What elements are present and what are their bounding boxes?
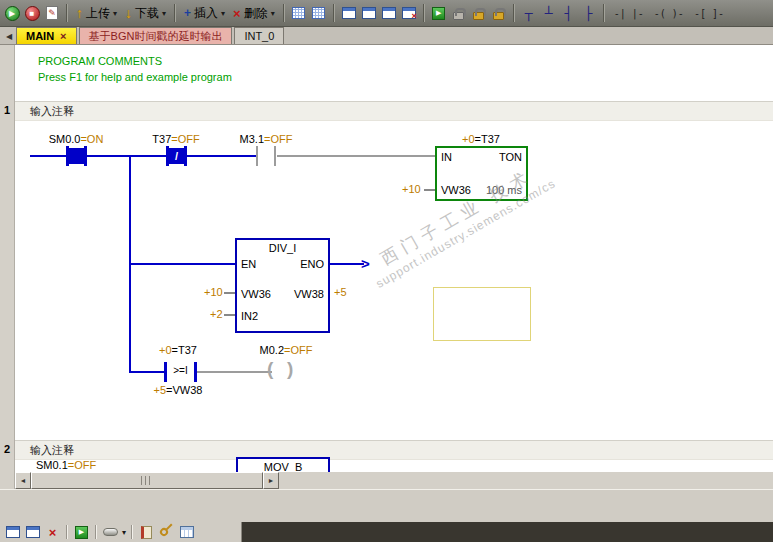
- div-out-status-value: +5: [334, 286, 347, 298]
- contact-m31[interactable]: [256, 146, 258, 166]
- network1-comment[interactable]: 输入注释: [30, 104, 74, 119]
- grid-icon: [312, 7, 325, 19]
- network2-number: 2: [0, 443, 14, 455]
- toolbar-separator: [174, 4, 176, 22]
- ladder-editor[interactable]: PROGRAM COMMENTS Press F1 for help and e…: [0, 45, 773, 472]
- toolbar-separator: [66, 525, 68, 539]
- window-cascade-button[interactable]: [360, 4, 378, 22]
- stop-icon: ■: [25, 6, 40, 21]
- coil-tool[interactable]: -( )-: [650, 4, 688, 22]
- empty-cell-selection-box[interactable]: [433, 287, 531, 341]
- window-icon: [342, 7, 356, 19]
- view-mode-button[interactable]: [102, 524, 119, 540]
- compare-operator[interactable]: >=I: [164, 365, 197, 376]
- close-button[interactable]: ×: [44, 524, 61, 540]
- download-button[interactable]: ↓ 下载 ▾: [122, 4, 169, 23]
- div-in1-status-value: +10: [204, 286, 223, 298]
- stop-button[interactable]: ■: [23, 4, 41, 22]
- toolbar-separator: [603, 4, 605, 22]
- run-icon: ▶: [5, 6, 20, 21]
- div-out-operand[interactable]: VW38: [294, 288, 324, 300]
- tab-close-icon[interactable]: ×: [60, 30, 66, 42]
- box-tool[interactable]: -[ ]-: [690, 4, 728, 22]
- key-button[interactable]: [158, 524, 175, 540]
- toolbar-separator: [333, 4, 335, 22]
- upload-arrow-icon: ↑: [76, 5, 83, 21]
- line-right-tool[interactable]: ├: [580, 4, 598, 22]
- coil-right-paren[interactable]: ): [287, 358, 293, 380]
- contact-sm01-label[interactable]: SM0.1=OFF: [36, 459, 96, 471]
- mov-b-box[interactable]: MOV_B: [236, 457, 330, 472]
- notebook-button[interactable]: [138, 524, 155, 540]
- lock-add-button[interactable]: [490, 4, 508, 22]
- upload-label: 上传: [86, 5, 110, 22]
- print-button[interactable]: [4, 524, 21, 540]
- window-close-button[interactable]: ×: [400, 4, 418, 22]
- scroll-left-button[interactable]: ◄: [15, 472, 31, 489]
- window-close-icon: ×: [402, 7, 416, 19]
- timer-pt-operand[interactable]: VW36: [441, 184, 471, 196]
- contact-sm00-powerfill[interactable]: [69, 148, 84, 164]
- close-x-icon: ×: [411, 11, 416, 21]
- contact-t37-negated[interactable]: [184, 146, 187, 166]
- ton-timer-box[interactable]: IN TON VW36 100 ms: [435, 146, 528, 201]
- contact-sm00[interactable]: [84, 146, 87, 166]
- compare-bottom-operand-label[interactable]: +5=VW38: [146, 384, 210, 396]
- scroll-right-button[interactable]: ►: [263, 472, 279, 489]
- pill-icon: [103, 528, 118, 536]
- delete-dropdown-icon[interactable]: ▾: [271, 9, 275, 18]
- insert-dropdown-icon[interactable]: ▾: [221, 9, 225, 18]
- notebook-icon: [141, 526, 152, 539]
- upload-button[interactable]: ↑ 上传 ▾: [73, 4, 120, 23]
- contact-m31-label[interactable]: M3.1=OFF: [234, 133, 298, 145]
- coil-left-paren[interactable]: (: [267, 358, 273, 380]
- line-left-tool[interactable]: ┤: [560, 4, 578, 22]
- coil-m02-label[interactable]: M0.2=OFF: [252, 344, 320, 356]
- network2-header: 输入注释: [15, 440, 773, 460]
- download-dropdown-icon[interactable]: ▾: [162, 9, 166, 18]
- contact-t37-label[interactable]: T37=OFF: [144, 133, 208, 145]
- line-up-tool[interactable]: ┴: [540, 4, 558, 22]
- timer-operand-label[interactable]: +0=T37: [449, 133, 513, 145]
- lock-gold-button[interactable]: [470, 4, 488, 22]
- table-button[interactable]: [178, 524, 195, 540]
- network1-header: 输入注释: [15, 101, 773, 121]
- insert-button[interactable]: + 插入 ▾: [181, 4, 228, 23]
- network2-comment[interactable]: 输入注释: [30, 443, 74, 458]
- contact-sm00-label[interactable]: SM0.0=ON: [44, 133, 108, 145]
- tab-scroll-left-button[interactable]: ◀: [2, 28, 16, 44]
- tab-main[interactable]: MAIN ×: [16, 27, 77, 44]
- run-button[interactable]: ▶: [3, 4, 21, 22]
- run-program-button[interactable]: ▶: [73, 524, 90, 540]
- lock-button[interactable]: [450, 4, 468, 22]
- contact-m31[interactable]: [274, 146, 276, 166]
- tab-bgn-delay-output[interactable]: 基于BGN时间戳的延时输出: [79, 27, 233, 44]
- delete-label: 删除: [244, 5, 268, 22]
- contact-tool[interactable]: -| |-: [610, 4, 648, 22]
- horizontal-scrollbar: ◄ ►: [0, 472, 773, 489]
- download-arrow-icon: ↓: [125, 5, 132, 21]
- run-icon: ▶: [75, 526, 88, 539]
- window-button[interactable]: [340, 4, 358, 22]
- line-down-tool[interactable]: ┬: [520, 4, 538, 22]
- lock-add-icon: [493, 12, 504, 20]
- window-tile-button[interactable]: [380, 4, 398, 22]
- symbol-table-button[interactable]: [290, 4, 308, 22]
- timer-in-pin-label: IN: [441, 151, 452, 163]
- contact-t37-slash[interactable]: /: [169, 148, 184, 164]
- scrollbar-thumb[interactable]: [31, 472, 263, 489]
- wire-segment: [130, 263, 235, 265]
- edit-mode-button[interactable]: ✎: [43, 4, 61, 22]
- delete-button[interactable]: × 删除 ▾: [230, 4, 278, 23]
- status-chart-button[interactable]: [310, 4, 328, 22]
- compare-top-operand-label[interactable]: +0=T37: [146, 344, 210, 356]
- scrollbar-corner: [0, 472, 15, 489]
- timer-pt-pin: [424, 189, 435, 191]
- div-i-box[interactable]: DIV_I EN ENO VW36 VW38 IN2: [235, 238, 330, 333]
- print-preview-button[interactable]: [24, 524, 41, 540]
- div-in1-operand[interactable]: VW36: [241, 288, 271, 300]
- view-mode-dropdown-icon[interactable]: ▾: [122, 528, 126, 537]
- tab-int0[interactable]: INT_0: [234, 27, 284, 44]
- run-mode-indicator-button[interactable]: ▶: [430, 4, 448, 22]
- upload-dropdown-icon[interactable]: ▾: [113, 9, 117, 18]
